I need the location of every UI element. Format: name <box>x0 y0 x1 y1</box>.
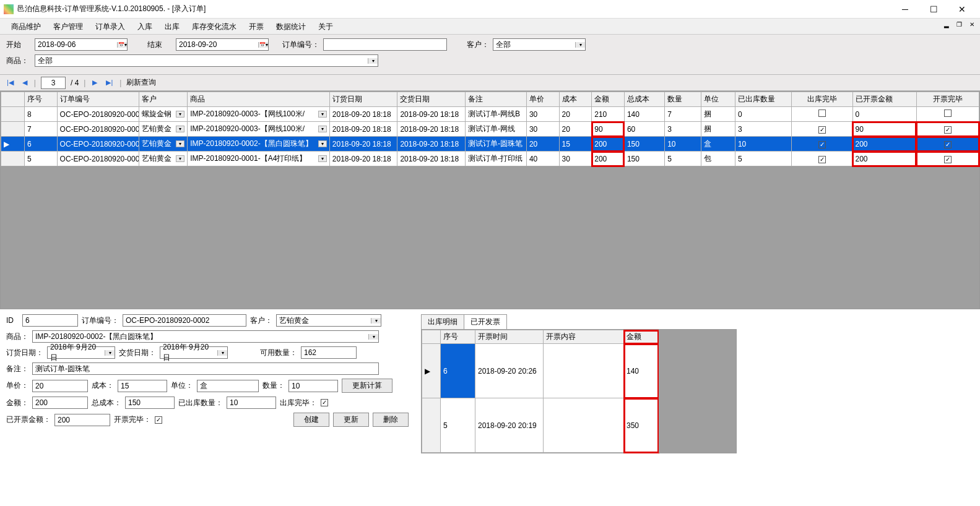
orders-grid[interactable]: 序号订单编号客户商品订货日期交货日期备注单价成本金额总成本数量单位已出库数量出库… <box>0 91 980 167</box>
mdi-close-icon[interactable]: ✕ <box>968 21 976 28</box>
first-page-button[interactable]: |◀ <box>5 79 15 87</box>
order-date-picker[interactable]: 2018年 9月20日▾ <box>47 346 115 359</box>
column-header[interactable]: 客户 <box>139 92 188 107</box>
customer-select[interactable]: 艺铂黄金▾ <box>276 314 381 327</box>
column-header[interactable]: 数量 <box>665 92 701 107</box>
recalc-button[interactable]: 更新计算 <box>342 379 392 393</box>
unit-field[interactable] <box>197 380 259 392</box>
update-button[interactable]: 更新 <box>333 413 369 427</box>
chevron-down-icon[interactable]: ▾ <box>575 42 585 48</box>
invoice-grid[interactable]: 序号开票时间开票内容金额 ▶62018-09-20 20:2614052018-… <box>422 330 659 453</box>
checkbox[interactable]: ✓ <box>818 141 826 148</box>
column-header[interactable]: 序号 <box>441 330 475 344</box>
orderno-input[interactable] <box>323 38 447 51</box>
menu-item[interactable]: 客户管理 <box>47 19 89 34</box>
menu-item[interactable]: 开票 <box>243 19 270 34</box>
total-cost-field[interactable] <box>125 397 175 409</box>
chevron-down-icon[interactable]: ▾ <box>176 155 184 162</box>
checkbox[interactable]: ✓ <box>818 126 826 134</box>
column-header[interactable]: 商品 <box>188 92 330 107</box>
calendar-icon[interactable]: 📅▾ <box>258 42 268 48</box>
column-header[interactable]: 出库完毕 <box>791 92 852 107</box>
chevron-down-icon[interactable]: ▾ <box>105 350 115 356</box>
chevron-down-icon[interactable]: ▾ <box>318 111 327 118</box>
delete-button[interactable]: 删除 <box>373 413 409 427</box>
prev-page-button[interactable]: ◀ <box>20 79 29 87</box>
create-button[interactable]: 创建 <box>293 413 329 427</box>
product-select[interactable]: 全部▾ <box>35 54 378 67</box>
product-select[interactable]: IMP-20180920-0002-【黑白圆珠笔】▾ <box>32 330 379 343</box>
chevron-down-icon[interactable]: ▾ <box>318 140 327 147</box>
column-header[interactable]: 开票内容 <box>544 330 624 344</box>
checkbox[interactable]: ✓ <box>944 156 952 163</box>
column-header[interactable]: 订单编号 <box>57 92 139 107</box>
menu-item[interactable]: 数据统计 <box>270 19 312 34</box>
mdi-restore-icon[interactable]: ❐ <box>955 21 964 28</box>
note-field[interactable] <box>32 362 379 375</box>
column-header[interactable]: 金额 <box>592 92 625 107</box>
column-header[interactable]: 单价 <box>526 92 559 107</box>
last-page-button[interactable]: ▶| <box>104 79 115 87</box>
column-header[interactable]: 备注 <box>465 92 526 107</box>
column-header[interactable]: 已出库数量 <box>735 92 791 107</box>
page-input[interactable] <box>41 77 66 89</box>
close-button[interactable]: ✕ <box>948 0 976 19</box>
chevron-down-icon[interactable]: ▾ <box>318 155 327 162</box>
column-header[interactable]: 已开票金额 <box>852 92 916 107</box>
customer-select[interactable]: 全部▾ <box>493 38 586 51</box>
chevron-down-icon[interactable]: ▾ <box>176 126 184 132</box>
checkbox[interactable]: ✓ <box>944 126 952 134</box>
column-header[interactable]: 序号 <box>24 92 57 107</box>
chevron-down-icon[interactable]: ▾ <box>318 126 327 132</box>
chevron-down-icon[interactable]: ▾ <box>176 111 184 118</box>
refresh-button[interactable]: 刷新查询 <box>126 77 156 88</box>
out-done-checkbox[interactable]: ✓ <box>321 399 328 406</box>
end-date-picker[interactable]: 2018-09-20📅▾ <box>176 38 269 51</box>
table-row[interactable]: ▶6OC-EPO-20180920-0002艺铂黄金▾IMP-20180920-… <box>1 137 979 152</box>
chevron-down-icon[interactable]: ▾ <box>368 58 378 64</box>
column-header[interactable]: 金额 <box>624 330 659 344</box>
tab-out-detail[interactable]: 出库明细 <box>421 314 464 329</box>
mdi-minimize-icon[interactable]: ▂ <box>942 21 951 28</box>
qty-field[interactable] <box>288 380 338 392</box>
table-row[interactable]: 8OC-EPO-20180920-0004螺旋金钢▾IMP-20180920-0… <box>1 107 979 122</box>
cost-field[interactable] <box>118 380 167 392</box>
column-header[interactable]: 交货日期 <box>397 92 466 107</box>
menu-item[interactable]: 库存变化流水 <box>186 19 243 34</box>
column-header[interactable]: 总成本 <box>624 92 664 107</box>
table-row[interactable]: 5OC-EPO-20180920-0001艺铂黄金▾IMP-20180920-0… <box>1 152 979 166</box>
table-row[interactable]: 7OC-EPO-20180920-0003艺铂黄金▾IMP-20180920-0… <box>1 122 979 137</box>
id-field[interactable] <box>22 314 78 327</box>
maximize-button[interactable]: ☐ <box>919 0 948 19</box>
column-header[interactable]: 开票完毕 <box>916 92 979 107</box>
menu-item[interactable]: 入库 <box>131 19 158 34</box>
out-qty-field[interactable] <box>227 397 276 409</box>
menu-item[interactable]: 出库 <box>158 19 186 34</box>
checkbox[interactable]: ✓ <box>818 156 826 163</box>
invoice-done-checkbox[interactable]: ✓ <box>155 416 162 424</box>
minimize-button[interactable]: ─ <box>891 0 919 19</box>
invoiced-field[interactable] <box>54 414 110 426</box>
available-qty-field[interactable] <box>301 346 357 359</box>
start-date-picker[interactable]: 2018-09-06📅▾ <box>35 38 128 51</box>
amount-field[interactable] <box>32 397 88 409</box>
calendar-icon[interactable]: 📅▾ <box>117 42 127 48</box>
column-header[interactable]: 订货日期 <box>329 92 397 107</box>
checkbox[interactable] <box>818 109 826 117</box>
column-header[interactable]: 单位 <box>701 92 735 107</box>
table-row[interactable]: 52018-09-20 20:19350 <box>422 398 659 453</box>
next-page-button[interactable]: ▶ <box>90 79 99 87</box>
checkbox[interactable] <box>944 109 952 117</box>
column-header[interactable]: 成本 <box>559 92 592 107</box>
menu-item[interactable]: 商品维护 <box>5 19 47 34</box>
chevron-down-icon[interactable]: ▾ <box>176 140 184 147</box>
tab-invoiced[interactable]: 已开发票 <box>464 314 507 329</box>
chevron-down-icon[interactable]: ▾ <box>368 334 378 340</box>
checkbox[interactable]: ✓ <box>944 141 952 148</box>
price-field[interactable] <box>32 380 88 392</box>
delivery-date-picker[interactable]: 2018年 9月20日▾ <box>160 346 228 359</box>
chevron-down-icon[interactable]: ▾ <box>371 318 381 324</box>
menu-item[interactable]: 关于 <box>312 19 339 34</box>
orderno-field[interactable] <box>123 314 246 327</box>
table-row[interactable]: ▶62018-09-20 20:26140 <box>422 344 659 398</box>
